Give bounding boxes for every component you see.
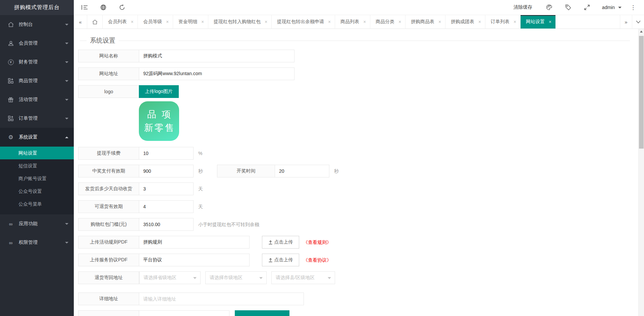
sidebar-item-orders[interactable]: 订单管理 (0, 109, 74, 128)
close-icon[interactable]: × (130, 19, 135, 24)
user-icon (7, 41, 15, 46)
view-agreement-link[interactable]: 《查看协议》 (303, 254, 331, 266)
sidebar-item-permissions[interactable]: ∞ 权限管理 (0, 233, 74, 252)
field-label: 发货后多少天自动收货 (78, 182, 139, 195)
tab-goods-category[interactable]: 商品分类× (370, 15, 406, 29)
sidebar-item-goods[interactable]: 商品管理 (0, 71, 74, 90)
detail-address-input[interactable] (139, 293, 304, 305)
province-select[interactable]: 请选择省级地区 (139, 271, 201, 284)
form-row-activity-rule: 上传活动规则PDF 点击上传 《查看规则》 (78, 236, 638, 249)
upload-rule-button[interactable]: 点击上传 (262, 236, 299, 249)
view-rule-link[interactable]: 《查看规则》 (303, 236, 331, 249)
main-content: 系统设置 网站名称 网站地址 logo 上传logo图片 品项 新零售 提现手续… (74, 29, 638, 316)
clear-cache-button[interactable]: 清除缓存 (514, 4, 532, 10)
refresh-icon[interactable] (118, 3, 126, 11)
unit-suffix: % (198, 147, 202, 160)
tabs-collapse-button[interactable] (632, 15, 644, 29)
tab-fund-detail[interactable]: 资金明细× (173, 15, 208, 29)
scroll-up-arrow-icon[interactable] (639, 29, 644, 34)
sidebar-subitem-sms-settings[interactable]: 短信设置 (0, 159, 74, 172)
collapse-menu-icon[interactable] (80, 3, 89, 11)
field-label (78, 310, 139, 316)
close-icon[interactable]: × (437, 19, 442, 24)
form-row-detail-address: 详细地址 (78, 293, 638, 305)
globe-icon[interactable] (99, 3, 107, 11)
sidebar-subitem-merchant-account[interactable]: 商户账号设置 (0, 172, 74, 185)
link-icon: ∞ (7, 240, 15, 246)
sidebar-subitem-website-settings[interactable]: 网站设置 (0, 147, 74, 159)
chevron-down-icon (65, 118, 68, 119)
sidebar-subitem-official-menu[interactable]: 公众号菜单 (0, 198, 74, 210)
unit-suffix: 秒 (198, 165, 203, 177)
tab-group-success[interactable]: 拼购成团表× (445, 15, 485, 29)
close-icon[interactable]: × (362, 19, 367, 24)
unit-suffix: 秒 (334, 165, 339, 177)
chevron-down-icon (65, 242, 68, 244)
city-select[interactable]: 请选择市级地区 (205, 271, 267, 284)
field-label: 上传服务协议PDF (78, 254, 139, 266)
sidebar-item-console[interactable]: 控制台 (0, 15, 74, 34)
close-icon[interactable]: × (165, 19, 170, 24)
tab-group-goods[interactable]: 拼购商品表× (406, 15, 445, 29)
site-name-input[interactable] (139, 50, 294, 62)
tab-website-settings[interactable]: 网站设置× (521, 15, 556, 29)
return-valid-days-input[interactable] (139, 200, 194, 213)
tab-member-list[interactable]: 会员列表× (103, 15, 138, 29)
tab-redpacket-to-shopping[interactable]: 提现红包转入购物红包× (208, 15, 272, 29)
close-icon[interactable]: × (513, 19, 517, 24)
page-title: 系统设置 (87, 36, 119, 45)
close-icon[interactable]: × (477, 19, 482, 24)
home-tab[interactable] (87, 15, 103, 29)
upload-logo-button[interactable]: 上传logo图片 (139, 85, 179, 98)
lottery-time-input[interactable] (275, 165, 329, 177)
more-vertical-icon[interactable]: ⋮ (630, 4, 636, 11)
sidebar-item-members[interactable]: 会员管理 (0, 34, 74, 53)
tab-goods-list[interactable]: 商品列表× (335, 15, 370, 29)
order-grid-icon (7, 116, 15, 121)
sidebar-item-activity[interactable]: 活动管理 (0, 90, 74, 109)
tabs-scroll-right-button[interactable]: » (620, 15, 632, 29)
scrollbar-thumb[interactable] (639, 36, 644, 149)
partial-upload-button[interactable] (235, 310, 289, 316)
sidebar-item-finance[interactable]: ¥ 财务管理 (0, 53, 74, 71)
chevron-down-icon (65, 99, 68, 101)
vertical-scrollbar[interactable] (638, 29, 644, 316)
user-menu[interactable]: admin (602, 5, 622, 10)
activity-rule-input[interactable] (139, 236, 250, 249)
auto-receive-days-input[interactable] (139, 182, 194, 195)
tab-member-level[interactable]: 会员等级× (138, 15, 173, 29)
chevron-down-icon (328, 277, 331, 279)
app-title: 拼购模式管理后台 (0, 0, 74, 15)
upload-agreement-button[interactable]: 点击上传 (262, 254, 299, 266)
tag-icon[interactable] (565, 4, 572, 11)
tabs-scroll-left-button[interactable]: « (74, 15, 87, 29)
site-url-input[interactable] (139, 67, 294, 80)
service-agreement-input[interactable] (139, 254, 250, 266)
win-pay-expire-input[interactable] (139, 165, 194, 177)
sidebar-item-system-settings[interactable]: ⚙ 系统设置 (0, 128, 74, 147)
field-label: 可退货有效期 (78, 200, 139, 213)
home-icon (7, 22, 15, 27)
close-icon[interactable]: × (548, 19, 552, 24)
close-icon[interactable]: × (327, 19, 332, 24)
sidebar-item-app-functions[interactable]: ∞ 应用功能 (0, 214, 74, 233)
tab-order-list[interactable]: 订单列表× (485, 15, 521, 29)
tab-redpacket-to-balance[interactable]: 提现红包转出余额申请× (272, 15, 335, 29)
unit-suffix: 天 (198, 200, 203, 213)
red-packet-threshold-input[interactable] (139, 218, 194, 231)
gear-icon: ⚙ (7, 134, 15, 141)
chevron-down-icon (618, 7, 622, 8)
partial-input[interactable] (139, 310, 229, 316)
sidebar-subitem-official-account[interactable]: 公众号设置 (0, 185, 74, 198)
withdraw-fee-input[interactable] (139, 147, 194, 160)
form-row-return-address: 退货寄回地址 请选择省级地区 请选择市级地区 请选择县/区级地区 (78, 271, 638, 284)
close-icon[interactable]: × (264, 19, 268, 24)
fullscreen-icon[interactable] (583, 4, 591, 11)
district-select[interactable]: 请选择县/区级地区 (271, 271, 335, 284)
palette-icon[interactable] (546, 4, 553, 11)
field-label: 开奖时间 (217, 165, 275, 177)
close-icon[interactable]: × (397, 19, 402, 24)
field-label: 网站地址 (78, 67, 139, 80)
close-icon[interactable]: × (200, 19, 205, 24)
field-label: 中奖支付有效期 (78, 165, 139, 177)
